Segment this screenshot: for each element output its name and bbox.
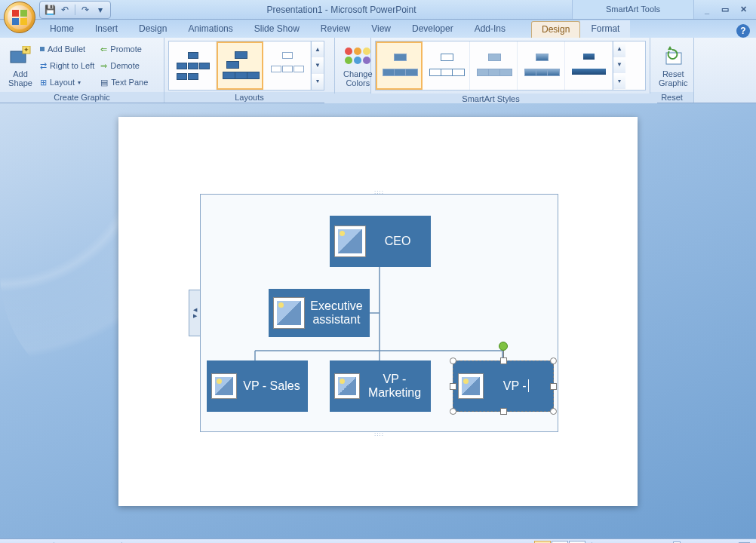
add-shape-button[interactable]: ✦ Add Shape — [4, 41, 37, 90]
org-node-text: CEO — [370, 235, 425, 248]
office-button[interactable] — [4, 2, 35, 33]
minimize-button[interactable]: _ — [699, 4, 715, 16]
org-node-text: Executive assistant — [309, 299, 364, 326]
layouts-gallery: ▲▼▾ — [168, 41, 324, 90]
layout-button[interactable]: ⊞Layout▾ — [37, 74, 97, 90]
org-node-text: VP - — [488, 379, 547, 393]
tab-insert[interactable]: Insert — [85, 20, 128, 38]
style-option-5[interactable] — [565, 41, 613, 90]
org-node-text: VP - Marketing — [364, 373, 425, 399]
close-button[interactable]: ✕ — [735, 4, 751, 16]
maximize-button[interactable]: ▭ — [717, 4, 733, 16]
svg-marker-4 — [668, 46, 672, 50]
layout-option-3[interactable] — [263, 41, 311, 90]
styles-gallery: ▲▼▾ — [375, 41, 646, 90]
tab-view[interactable]: View — [361, 20, 401, 38]
style-option-4[interactable] — [518, 41, 565, 90]
layout-gallery-scroll[interactable]: ▲▼▾ — [311, 41, 324, 90]
contextual-tab-title: SmartArt Tools — [572, 0, 694, 19]
tab-home[interactable]: Home — [39, 20, 85, 38]
group-layouts: Layouts — [164, 92, 334, 103]
picture-placeholder-icon — [334, 373, 360, 399]
picture-placeholder-icon — [334, 225, 366, 257]
text-pane-toggle[interactable]: ◀▶ — [189, 290, 201, 336]
tab-animations[interactable]: Animations — [177, 20, 243, 38]
quick-access-toolbar: 💾 ↶ ↷ ▾ — [39, 1, 111, 19]
qat-dropdown-icon[interactable]: ▾ — [95, 5, 106, 15]
tab-slideshow[interactable]: Slide Show — [244, 20, 310, 38]
promote-button[interactable]: ⇐Promote — [97, 41, 151, 57]
style-option-3[interactable] — [470, 41, 518, 90]
org-node-vp-marketing[interactable]: VP - Marketing — [330, 360, 431, 412]
style-gallery-scroll[interactable]: ▲▼▾ — [613, 41, 625, 90]
layout-option-1[interactable] — [169, 41, 217, 90]
add-shape-label: Add Shape — [8, 69, 32, 87]
tab-addins[interactable]: Add-Ins — [464, 20, 516, 38]
tab-review[interactable]: Review — [310, 20, 361, 38]
reset-graphic-label: Reset Graphic — [659, 69, 688, 87]
svg-text:✦: ✦ — [23, 46, 29, 54]
org-node-assistant[interactable]: Executive assistant — [269, 289, 370, 337]
undo-icon[interactable]: ↶ — [60, 5, 70, 15]
text-pane-button[interactable]: ▤Text Pane — [97, 74, 151, 90]
picture-placeholder-icon — [273, 297, 305, 329]
tab-design[interactable]: Design — [128, 20, 177, 38]
group-smartart-styles: SmartArt Styles — [324, 94, 657, 104]
demote-button[interactable]: ⇒Demote — [97, 57, 151, 74]
style-option-2[interactable] — [423, 41, 470, 90]
add-bullet-button[interactable]: Add Bullet — [37, 41, 97, 57]
separator — [75, 5, 75, 15]
reset-graphic-button[interactable]: Reset Graphic — [654, 41, 693, 90]
slide-workspace: ◀▶ CEO Executive assistant — [0, 103, 756, 538]
org-node-ceo[interactable]: CEO — [330, 216, 431, 267]
tab-developer[interactable]: Developer — [401, 20, 464, 38]
group-create-graphic: Create Graphic — [0, 92, 164, 103]
org-node-text: VP - Sales — [241, 379, 302, 393]
rotate-handle[interactable] — [499, 342, 508, 351]
right-to-left-button[interactable]: ⇄Right to Left — [37, 57, 97, 74]
redo-icon[interactable]: ↷ — [80, 5, 91, 15]
tab-smartart-design[interactable]: Design — [531, 21, 580, 38]
window-title: Presentation1 - Microsoft PowerPoint — [111, 5, 572, 15]
save-icon[interactable]: 💾 — [45, 5, 55, 15]
help-icon[interactable]: ? — [736, 24, 750, 38]
org-node-vp-sales[interactable]: VP - Sales — [207, 360, 308, 412]
style-option-1[interactable] — [376, 41, 423, 90]
picture-placeholder-icon — [458, 373, 484, 399]
slide-canvas[interactable]: ◀▶ CEO Executive assistant — [118, 117, 638, 506]
tab-smartart-format[interactable]: Format — [580, 20, 630, 38]
change-colors-label: Change Colors — [343, 69, 373, 87]
picture-placeholder-icon — [211, 373, 237, 399]
layout-option-2[interactable] — [217, 41, 263, 90]
org-node-vp-editing[interactable]: VP - — [453, 360, 554, 412]
smartart-frame[interactable]: ◀▶ CEO Executive assistant — [200, 194, 558, 432]
